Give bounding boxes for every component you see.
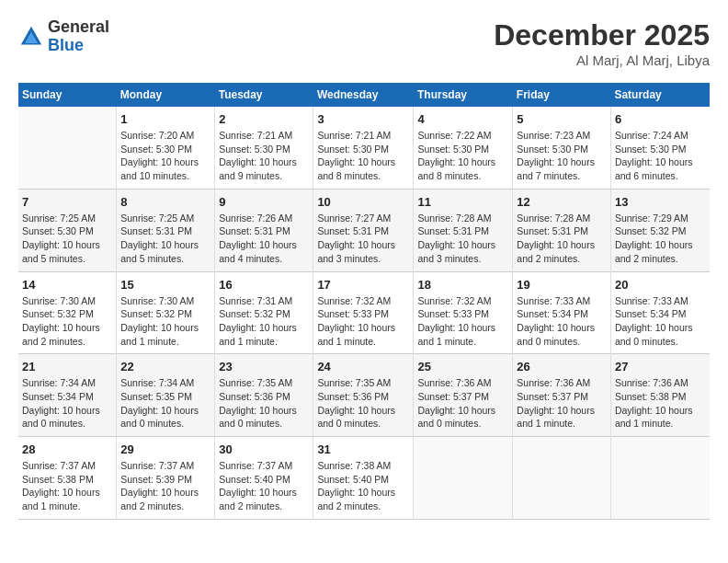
day-number: 15 [120, 278, 210, 292]
calendar-cell: 13Sunrise: 7:29 AMSunset: 5:32 PMDayligh… [610, 189, 710, 271]
calendar-week-row: 7Sunrise: 7:25 AMSunset: 5:30 PMDaylight… [18, 189, 710, 271]
title-block: December 2025 Al Marj, Al Marj, Libya [494, 18, 710, 68]
page-header: General Blue December 2025 Al Marj, Al M… [18, 18, 710, 68]
month-title: December 2025 [494, 18, 710, 52]
calendar-cell: 29Sunrise: 7:37 AMSunset: 5:39 PMDayligh… [117, 437, 215, 520]
day-number: 23 [219, 360, 309, 373]
calendar-cell: 9Sunrise: 7:26 AMSunset: 5:31 PMDaylight… [215, 189, 313, 271]
location: Al Marj, Al Marj, Libya [494, 52, 710, 68]
day-number: 1 [120, 112, 210, 126]
weekday-header: Thursday [414, 83, 513, 107]
calendar-cell [18, 107, 117, 189]
day-info: Sunrise: 7:37 AMSunset: 5:38 PMDaylight:… [22, 459, 112, 513]
weekday-header: Tuesday [215, 83, 313, 107]
calendar-cell: 25Sunrise: 7:36 AMSunset: 5:37 PMDayligh… [414, 354, 513, 437]
calendar-cell: 6Sunrise: 7:24 AMSunset: 5:30 PMDaylight… [610, 107, 710, 189]
logo-blue: Blue [48, 36, 84, 54]
day-info: Sunrise: 7:34 AMSunset: 5:34 PMDaylight:… [22, 376, 112, 431]
day-number: 6 [615, 112, 706, 126]
calendar-week-row: 28Sunrise: 7:37 AMSunset: 5:38 PMDayligh… [18, 437, 710, 520]
day-number: 3 [317, 112, 409, 126]
day-number: 17 [317, 278, 409, 292]
weekday-header: Wednesday [313, 83, 414, 107]
day-info: Sunrise: 7:35 AMSunset: 5:36 PMDaylight:… [219, 376, 309, 431]
calendar-cell: 7Sunrise: 7:25 AMSunset: 5:30 PMDaylight… [18, 189, 117, 271]
day-info: Sunrise: 7:30 AMSunset: 5:32 PMDaylight:… [120, 294, 210, 349]
day-number: 2 [219, 112, 309, 126]
day-info: Sunrise: 7:36 AMSunset: 5:37 PMDaylight:… [417, 376, 508, 431]
day-info: Sunrise: 7:33 AMSunset: 5:34 PMDaylight:… [517, 294, 607, 349]
day-number: 20 [615, 278, 706, 292]
weekday-header: Sunday [18, 83, 117, 107]
day-number: 18 [417, 278, 508, 292]
logo-text: General Blue [48, 18, 109, 55]
calendar-cell: 8Sunrise: 7:25 AMSunset: 5:31 PMDaylight… [117, 189, 215, 271]
day-info: Sunrise: 7:38 AMSunset: 5:40 PMDaylight:… [317, 459, 409, 513]
day-number: 30 [219, 442, 309, 456]
day-number: 25 [417, 360, 508, 373]
calendar-cell: 2Sunrise: 7:21 AMSunset: 5:30 PMDaylight… [215, 107, 313, 189]
day-info: Sunrise: 7:26 AMSunset: 5:31 PMDaylight:… [219, 212, 309, 266]
calendar-cell: 30Sunrise: 7:37 AMSunset: 5:40 PMDayligh… [215, 437, 313, 520]
day-info: Sunrise: 7:36 AMSunset: 5:38 PMDaylight:… [615, 376, 706, 431]
day-info: Sunrise: 7:32 AMSunset: 5:33 PMDaylight:… [417, 294, 508, 349]
day-number: 13 [615, 195, 706, 209]
day-number: 8 [120, 195, 210, 209]
day-info: Sunrise: 7:28 AMSunset: 5:31 PMDaylight:… [517, 212, 607, 266]
logo: General Blue [18, 18, 109, 55]
day-number: 29 [120, 442, 210, 456]
calendar-cell: 21Sunrise: 7:34 AMSunset: 5:34 PMDayligh… [18, 354, 117, 437]
weekday-header: Monday [117, 83, 215, 107]
calendar-week-row: 21Sunrise: 7:34 AMSunset: 5:34 PMDayligh… [18, 354, 710, 437]
calendar-cell: 14Sunrise: 7:30 AMSunset: 5:32 PMDayligh… [18, 271, 117, 354]
day-info: Sunrise: 7:29 AMSunset: 5:32 PMDaylight:… [615, 212, 706, 266]
day-number: 21 [22, 360, 112, 373]
calendar-cell: 17Sunrise: 7:32 AMSunset: 5:33 PMDayligh… [313, 271, 414, 354]
calendar-cell: 16Sunrise: 7:31 AMSunset: 5:32 PMDayligh… [215, 271, 313, 354]
calendar-cell: 31Sunrise: 7:38 AMSunset: 5:40 PMDayligh… [313, 437, 414, 520]
calendar-cell: 12Sunrise: 7:28 AMSunset: 5:31 PMDayligh… [513, 189, 611, 271]
weekday-header: Friday [513, 83, 611, 107]
day-info: Sunrise: 7:27 AMSunset: 5:31 PMDaylight:… [317, 212, 409, 266]
calendar-cell: 10Sunrise: 7:27 AMSunset: 5:31 PMDayligh… [313, 189, 414, 271]
calendar-cell: 18Sunrise: 7:32 AMSunset: 5:33 PMDayligh… [414, 271, 513, 354]
weekday-header: Saturday [610, 83, 710, 107]
day-info: Sunrise: 7:23 AMSunset: 5:30 PMDaylight:… [517, 129, 607, 183]
day-info: Sunrise: 7:37 AMSunset: 5:40 PMDaylight:… [219, 459, 309, 513]
calendar-cell: 28Sunrise: 7:37 AMSunset: 5:38 PMDayligh… [18, 437, 117, 520]
day-info: Sunrise: 7:35 AMSunset: 5:36 PMDaylight:… [317, 376, 409, 431]
day-number: 24 [317, 360, 409, 373]
day-number: 22 [120, 360, 210, 373]
day-info: Sunrise: 7:30 AMSunset: 5:32 PMDaylight:… [22, 294, 112, 349]
day-number: 28 [22, 442, 112, 456]
day-number: 12 [517, 195, 607, 209]
calendar-header-row: SundayMondayTuesdayWednesdayThursdayFrid… [18, 83, 710, 107]
calendar-cell [610, 437, 710, 520]
day-info: Sunrise: 7:20 AMSunset: 5:30 PMDaylight:… [120, 129, 210, 183]
calendar-cell [414, 437, 513, 520]
calendar-cell: 24Sunrise: 7:35 AMSunset: 5:36 PMDayligh… [313, 354, 414, 437]
calendar-cell: 20Sunrise: 7:33 AMSunset: 5:34 PMDayligh… [610, 271, 710, 354]
day-number: 5 [517, 112, 607, 126]
day-info: Sunrise: 7:31 AMSunset: 5:32 PMDaylight:… [219, 294, 309, 349]
logo-general: General [48, 17, 109, 36]
day-number: 31 [317, 442, 409, 456]
calendar-cell: 22Sunrise: 7:34 AMSunset: 5:35 PMDayligh… [117, 354, 215, 437]
calendar-week-row: 1Sunrise: 7:20 AMSunset: 5:30 PMDaylight… [18, 107, 710, 189]
day-info: Sunrise: 7:34 AMSunset: 5:35 PMDaylight:… [120, 376, 210, 431]
day-number: 19 [517, 278, 607, 292]
day-info: Sunrise: 7:28 AMSunset: 5:31 PMDaylight:… [417, 212, 508, 266]
day-number: 16 [219, 278, 309, 292]
day-number: 7 [22, 195, 112, 209]
day-info: Sunrise: 7:21 AMSunset: 5:30 PMDaylight:… [317, 129, 409, 183]
day-info: Sunrise: 7:36 AMSunset: 5:37 PMDaylight:… [517, 376, 607, 431]
day-info: Sunrise: 7:24 AMSunset: 5:30 PMDaylight:… [615, 129, 706, 183]
calendar-cell: 27Sunrise: 7:36 AMSunset: 5:38 PMDayligh… [610, 354, 710, 437]
day-number: 27 [615, 360, 706, 373]
calendar-cell: 1Sunrise: 7:20 AMSunset: 5:30 PMDaylight… [117, 107, 215, 189]
day-info: Sunrise: 7:22 AMSunset: 5:30 PMDaylight:… [417, 129, 508, 183]
day-info: Sunrise: 7:33 AMSunset: 5:34 PMDaylight:… [615, 294, 706, 349]
calendar-cell: 5Sunrise: 7:23 AMSunset: 5:30 PMDaylight… [513, 107, 611, 189]
calendar-cell: 11Sunrise: 7:28 AMSunset: 5:31 PMDayligh… [414, 189, 513, 271]
calendar-cell: 23Sunrise: 7:35 AMSunset: 5:36 PMDayligh… [215, 354, 313, 437]
